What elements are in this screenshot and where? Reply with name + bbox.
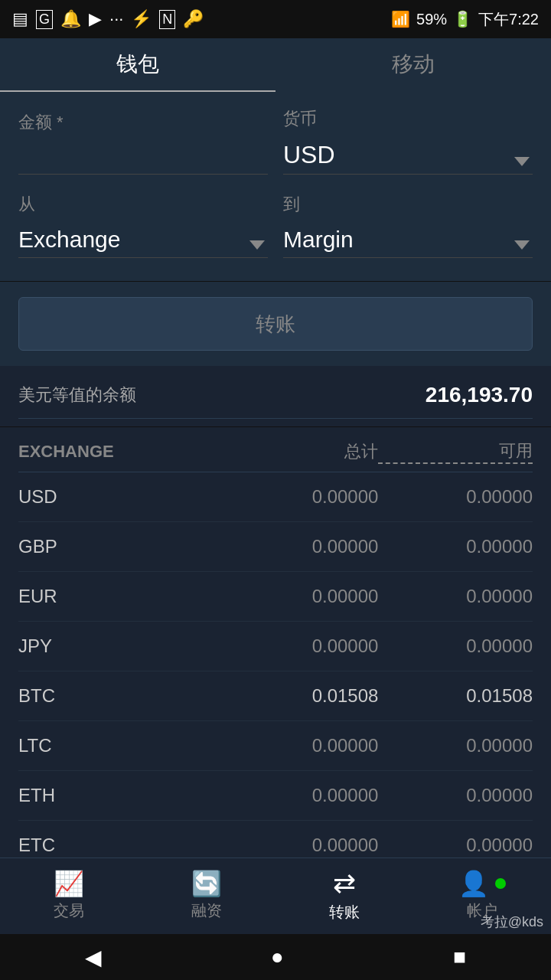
- finance-icon: 🔄: [191, 871, 222, 896]
- g-icon: G: [36, 10, 53, 29]
- to-label: 到: [283, 193, 533, 216]
- currency-label: 货币: [283, 107, 533, 130]
- nav-transfer-label: 转账: [329, 902, 360, 923]
- table-row: GBP 0.00000 0.00000: [18, 522, 533, 572]
- table-header: EXCHANGE 总计 可用: [18, 427, 533, 472]
- header-exchange: EXCHANGE: [18, 442, 224, 462]
- balance-section: 美元等值的余额 216,193.70: [0, 366, 551, 427]
- nfc-icon: N: [159, 10, 175, 29]
- home-button[interactable]: ●: [271, 945, 284, 969]
- account-icon-row: 👤: [458, 871, 506, 896]
- row-available-BTC: 0.01508: [378, 685, 533, 707]
- top-tab-bar: 钱包 移动: [0, 38, 551, 92]
- table-row: LTC 0.00000 0.00000: [18, 721, 533, 771]
- row-currency-ETC: ETC: [18, 835, 224, 856]
- currency-dropdown-arrow: [514, 157, 530, 166]
- header-available: 可用: [378, 439, 533, 464]
- tab-wallet[interactable]: 钱包: [0, 38, 276, 92]
- row-available-ETH: 0.00000: [378, 785, 533, 806]
- watermark: 考拉@kds: [481, 913, 543, 931]
- row-total-BTC: 0.01508: [224, 685, 379, 707]
- to-select[interactable]: Margin: [283, 222, 533, 258]
- nav-trade[interactable]: 📈 交易: [0, 858, 138, 934]
- from-field: 从 Exchange: [18, 193, 268, 258]
- dots-icon: ···: [109, 9, 123, 29]
- row-total-EUR: 0.00000: [224, 586, 379, 607]
- time: 下午7:22: [478, 9, 539, 30]
- transfer-button[interactable]: 转账: [18, 297, 533, 351]
- row-currency-LTC: LTC: [18, 735, 224, 756]
- to-field: 到 Margin: [283, 193, 533, 258]
- table-row: EUR 0.00000 0.00000: [18, 572, 533, 622]
- row-total-ETH: 0.00000: [224, 785, 379, 806]
- table-row: ETH 0.00000 0.00000: [18, 771, 533, 821]
- row-total-LTC: 0.00000: [224, 735, 379, 756]
- to-dropdown-arrow: [514, 240, 530, 250]
- trade-icon: 📈: [54, 871, 84, 896]
- currency-select[interactable]: USD: [283, 136, 533, 175]
- bell-icon: 🔔: [60, 9, 81, 29]
- amount-label: 金额 *: [18, 111, 268, 134]
- row-currency-USD: USD: [18, 486, 224, 508]
- row-total-ETC: 0.00000: [224, 835, 379, 856]
- account-icon: 👤: [458, 871, 489, 896]
- bluetooth-icon: ⚡: [131, 9, 152, 29]
- row-available-LTC: 0.00000: [378, 735, 533, 756]
- row-available-ETC: 0.00000: [378, 835, 533, 856]
- balance-row: 美元等值的余额 216,193.70: [18, 383, 533, 419]
- row-currency-ETH: ETH: [18, 785, 224, 806]
- row-currency-BTC: BTC: [18, 685, 224, 707]
- send-icon: ▶: [89, 9, 102, 29]
- android-nav-bar: ◀ ● ■: [0, 934, 551, 980]
- row-total-GBP: 0.00000: [224, 536, 379, 557]
- table-row: USD 0.00000 0.00000: [18, 472, 533, 522]
- from-select[interactable]: Exchange: [18, 222, 268, 258]
- from-label: 从: [18, 193, 268, 216]
- sim-icon: ▤: [12, 9, 28, 29]
- transfer-icon: ⇄: [333, 870, 356, 897]
- amount-field: 金额 *: [18, 111, 268, 175]
- bottom-nav: 📈 交易 🔄 融资 ⇄ 转账 👤 帐户: [0, 858, 551, 934]
- nav-finance-label: 融资: [191, 900, 222, 921]
- status-icons-right: 📶 59% 🔋 下午7:22: [391, 9, 539, 30]
- from-value: Exchange: [18, 227, 120, 253]
- balance-value: 216,193.70: [425, 383, 533, 407]
- currency-value: USD: [283, 141, 335, 168]
- from-dropdown-arrow: [249, 240, 265, 250]
- nav-finance[interactable]: 🔄 融资: [138, 858, 276, 934]
- nav-trade-label: 交易: [54, 900, 84, 921]
- table-row: JPY 0.00000 0.00000: [18, 622, 533, 671]
- row-currency-JPY: JPY: [18, 635, 224, 657]
- table-row: BTC 0.01508 0.01508: [18, 671, 533, 721]
- header-total: 总计: [224, 440, 379, 463]
- signal-icon: 📶: [391, 10, 410, 28]
- row-available-JPY: 0.00000: [378, 635, 533, 657]
- battery-text: 59%: [416, 11, 447, 28]
- vpn-icon: 🔑: [183, 9, 204, 29]
- currency-field: 货币 USD: [283, 107, 533, 175]
- row-available-GBP: 0.00000: [378, 536, 533, 557]
- account-online-dot: [495, 878, 506, 889]
- to-value: Margin: [283, 227, 354, 253]
- row-available-USD: 0.00000: [378, 486, 533, 508]
- amount-currency-row: 金额 * 货币 USD: [18, 107, 533, 175]
- row-total-USD: 0.00000: [224, 486, 379, 508]
- row-currency-EUR: EUR: [18, 586, 224, 607]
- back-button[interactable]: ◀: [85, 945, 102, 970]
- row-currency-GBP: GBP: [18, 536, 224, 557]
- recent-button[interactable]: ■: [453, 945, 466, 969]
- status-bar: ▤ G 🔔 ▶ ··· ⚡ N 🔑 📶 59% 🔋 下午7:22: [0, 0, 551, 38]
- from-to-row: 从 Exchange 到 Margin: [18, 193, 533, 258]
- amount-input[interactable]: [18, 140, 268, 175]
- nav-transfer[interactable]: ⇄ 转账: [276, 858, 413, 934]
- row-available-EUR: 0.00000: [378, 586, 533, 607]
- transfer-form: 金额 * 货币 USD 从 Exchange 到 Margin: [0, 92, 551, 282]
- balance-label: 美元等值的余额: [18, 384, 136, 407]
- transfer-button-wrap: 转账: [0, 282, 551, 366]
- row-total-JPY: 0.00000: [224, 635, 379, 657]
- status-icons-left: ▤ G 🔔 ▶ ··· ⚡ N 🔑: [12, 9, 204, 29]
- tab-mobile[interactable]: 移动: [276, 38, 551, 92]
- battery-icon: 🔋: [453, 10, 472, 28]
